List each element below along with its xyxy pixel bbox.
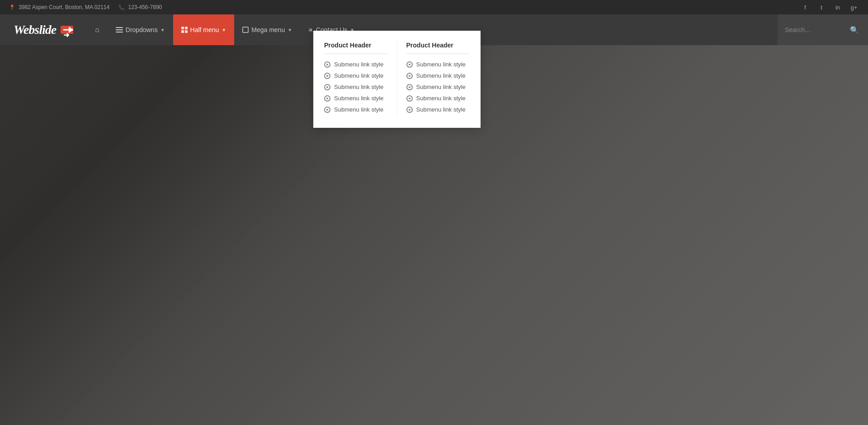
submenu-link: Submenu link style [416, 61, 466, 68]
dropdown-col2-header: Product Header [406, 42, 470, 54]
megamenu-label: Mega menu [251, 26, 285, 33]
bullet-icon [406, 107, 413, 113]
submenu-link: Submenu link style [334, 106, 383, 113]
phone-icon: 📞 [118, 5, 125, 10]
dropdown-col-2: Product Header Submenu link style Submen… [397, 42, 470, 115]
list-item[interactable]: Submenu link style [406, 104, 470, 115]
list-item[interactable]: Submenu link style [406, 81, 470, 93]
twitter-icon[interactable]: t [816, 2, 826, 12]
halfmenu-dropdown: Product Header Submenu link style Submen… [313, 31, 481, 128]
nav-home[interactable]: ⌂ [87, 14, 108, 45]
submenu-link: Submenu link style [334, 61, 383, 68]
address-text: 3982 Aspen Court, Boston, MA 02114 [19, 4, 109, 10]
bullet-icon [406, 84, 413, 90]
logo-text: Webslide [14, 23, 56, 37]
top-bar-social: f t in g+ [800, 2, 859, 12]
bullet-icon [324, 73, 330, 79]
address-info: 📍 3982 Aspen Court, Boston, MA 02114 [9, 4, 109, 10]
list-item[interactable]: Submenu link style [324, 93, 388, 104]
bullet-icon [406, 95, 413, 102]
logo[interactable]: Webslide ➜ [0, 23, 87, 37]
bullet-icon [324, 107, 330, 113]
bullet-icon [324, 95, 330, 102]
search-button[interactable]: 🔍 [848, 26, 861, 34]
google-icon[interactable]: g+ [849, 2, 859, 12]
nav-halfmenu[interactable]: Half menu ▼ [173, 14, 235, 45]
phone-text: 123-456-7890 [128, 4, 162, 10]
submenu-link: Submenu link style [334, 95, 383, 102]
bullet-icon [324, 61, 330, 68]
linkedin-icon[interactable]: in [833, 2, 843, 12]
submenu-link: Submenu link style [334, 72, 383, 79]
list-item[interactable]: Submenu link style [324, 70, 388, 81]
search-icon: 🔍 [850, 26, 859, 34]
submenu-link: Submenu link style [416, 84, 466, 90]
list-item[interactable]: Submenu link style [406, 70, 470, 81]
top-bar: 📍 3982 Aspen Court, Boston, MA 02114 📞 1… [0, 0, 868, 14]
submenu-link: Submenu link style [416, 106, 466, 113]
dropdowns-label: Dropdowns [126, 26, 158, 33]
list-item[interactable]: Submenu link style [324, 104, 388, 115]
location-icon: 📍 [9, 5, 15, 10]
nav-dropdowns[interactable]: Dropdowns ▼ [108, 14, 173, 45]
bullet-icon [324, 84, 330, 90]
list-item[interactable]: Submenu link style [406, 59, 470, 70]
list-item[interactable]: Submenu link style [324, 59, 388, 70]
halfmenu-label: Half menu [190, 26, 219, 33]
submenu-link: Submenu link style [416, 95, 466, 102]
halfmenu-caret: ▼ [222, 28, 226, 33]
table-icon [181, 27, 188, 33]
menu-icon [116, 27, 123, 33]
dropdown-col-1: Product Header Submenu link style Submen… [324, 42, 397, 115]
list-item[interactable]: Submenu link style [324, 81, 388, 93]
search-input[interactable] [785, 26, 848, 33]
top-bar-left: 📍 3982 Aspen Court, Boston, MA 02114 📞 1… [9, 4, 162, 10]
dropdowns-caret: ▼ [160, 28, 165, 33]
phone-info: 📞 123-456-7890 [118, 4, 162, 10]
grid-icon [242, 27, 249, 33]
megamenu-caret: ▼ [288, 28, 292, 33]
submenu-link: Submenu link style [416, 72, 466, 79]
logo-arrow-icon: ➜ [61, 26, 73, 34]
facebook-icon[interactable]: f [800, 2, 810, 12]
submenu-link: Submenu link style [334, 84, 383, 90]
dropdown-col1-header: Product Header [324, 42, 388, 54]
list-item[interactable]: Submenu link style [406, 93, 470, 104]
nav-megamenu[interactable]: Mega menu ▼ [234, 14, 300, 45]
bullet-icon [406, 73, 413, 79]
bullet-icon [406, 61, 413, 68]
search-area: 🔍 [778, 14, 868, 45]
home-icon: ⌂ [95, 26, 99, 34]
